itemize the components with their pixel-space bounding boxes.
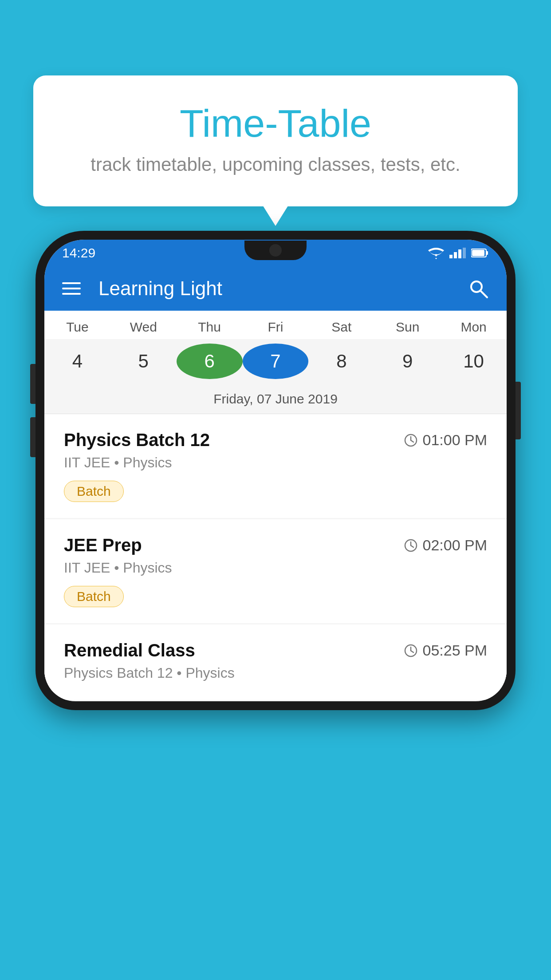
hamburger-menu-button[interactable] bbox=[62, 282, 81, 295]
clock-icon-2 bbox=[404, 538, 418, 553]
class-card-header-3: Remedial Class 05:25 PM bbox=[64, 640, 487, 660]
svg-line-7 bbox=[411, 440, 413, 442]
day-name-sun: Sun bbox=[374, 320, 441, 335]
day-name-thu: Thu bbox=[177, 320, 243, 335]
class-time: 01:00 PM bbox=[404, 431, 487, 449]
day-7[interactable]: 7 bbox=[243, 344, 309, 379]
phone-mockup: 14:29 bbox=[35, 231, 516, 980]
clock-icon bbox=[404, 433, 418, 447]
svg-rect-2 bbox=[472, 250, 484, 256]
class-time-text-2: 02:00 PM bbox=[422, 537, 487, 554]
class-time-text-3: 05:25 PM bbox=[422, 642, 487, 659]
class-name: Physics Batch 12 bbox=[64, 430, 210, 450]
class-card-header-2: JEE Prep 02:00 PM bbox=[64, 535, 487, 555]
day-name-fri: Fri bbox=[243, 320, 309, 335]
phone-outer: 14:29 bbox=[35, 231, 516, 710]
clock-icon-3 bbox=[404, 644, 418, 658]
day-name-wed: Wed bbox=[110, 320, 177, 335]
calendar-header: Tue Wed Thu Fri Sat Sun Mon 4 5 6 7 bbox=[44, 311, 507, 414]
status-icons bbox=[428, 247, 489, 259]
day-numbers-row: 4 5 6 7 8 9 10 bbox=[44, 339, 507, 386]
class-name-3: Remedial Class bbox=[64, 640, 195, 660]
svg-line-10 bbox=[411, 545, 413, 547]
class-card-physics-batch-12[interactable]: Physics Batch 12 01:00 PM IIT JEE • Phys… bbox=[44, 414, 507, 518]
tooltip-title: Time-Table bbox=[64, 102, 487, 145]
class-name-2: JEE Prep bbox=[64, 535, 142, 555]
day-4[interactable]: 4 bbox=[44, 344, 110, 379]
class-card-jee-prep[interactable]: JEE Prep 02:00 PM IIT JEE • Physics Batc… bbox=[44, 519, 507, 623]
status-time: 14:29 bbox=[62, 245, 95, 261]
day-6[interactable]: 6 bbox=[177, 344, 243, 379]
day-8[interactable]: 8 bbox=[308, 344, 374, 379]
search-icon[interactable] bbox=[468, 278, 489, 299]
day-5[interactable]: 5 bbox=[110, 344, 177, 379]
tooltip-card: Time-Table track timetable, upcoming cla… bbox=[33, 75, 518, 206]
volume-up-button[interactable] bbox=[30, 364, 35, 404]
day-name-sat: Sat bbox=[308, 320, 374, 335]
class-time-2: 02:00 PM bbox=[404, 537, 487, 554]
signal-icon bbox=[449, 248, 466, 258]
wifi-icon bbox=[428, 247, 444, 259]
svg-line-4 bbox=[480, 291, 487, 297]
volume-down-button[interactable] bbox=[30, 417, 35, 457]
class-card-header: Physics Batch 12 01:00 PM bbox=[64, 430, 487, 450]
phone-notch bbox=[244, 241, 307, 260]
class-meta-2: IIT JEE • Physics bbox=[64, 560, 487, 576]
app-title: Learning Light bbox=[98, 277, 454, 300]
batch-badge: Batch bbox=[64, 481, 124, 502]
day-10[interactable]: 10 bbox=[441, 344, 507, 379]
class-meta-3: Physics Batch 12 • Physics bbox=[64, 665, 487, 681]
class-list: Physics Batch 12 01:00 PM IIT JEE • Phys… bbox=[44, 414, 507, 700]
tooltip-subtitle: track timetable, upcoming classes, tests… bbox=[64, 154, 487, 175]
batch-badge-2: Batch bbox=[64, 586, 124, 607]
phone-screen: 14:29 bbox=[44, 240, 507, 701]
front-camera bbox=[269, 244, 282, 257]
app-bar: Learning Light bbox=[44, 266, 507, 311]
day-9[interactable]: 9 bbox=[374, 344, 441, 379]
battery-icon bbox=[471, 248, 489, 258]
class-card-remedial[interactable]: Remedial Class 05:25 PM Physics Batch 12… bbox=[44, 624, 507, 700]
day-name-tue: Tue bbox=[44, 320, 110, 335]
class-time-3: 05:25 PM bbox=[404, 642, 487, 659]
svg-rect-1 bbox=[486, 251, 488, 255]
selected-date-label: Friday, 07 June 2019 bbox=[44, 386, 507, 414]
class-meta: IIT JEE • Physics bbox=[64, 454, 487, 471]
power-button[interactable] bbox=[516, 382, 521, 439]
day-name-mon: Mon bbox=[441, 320, 507, 335]
class-time-text: 01:00 PM bbox=[422, 431, 487, 449]
svg-line-13 bbox=[411, 651, 413, 652]
day-names-row: Tue Wed Thu Fri Sat Sun Mon bbox=[44, 311, 507, 339]
